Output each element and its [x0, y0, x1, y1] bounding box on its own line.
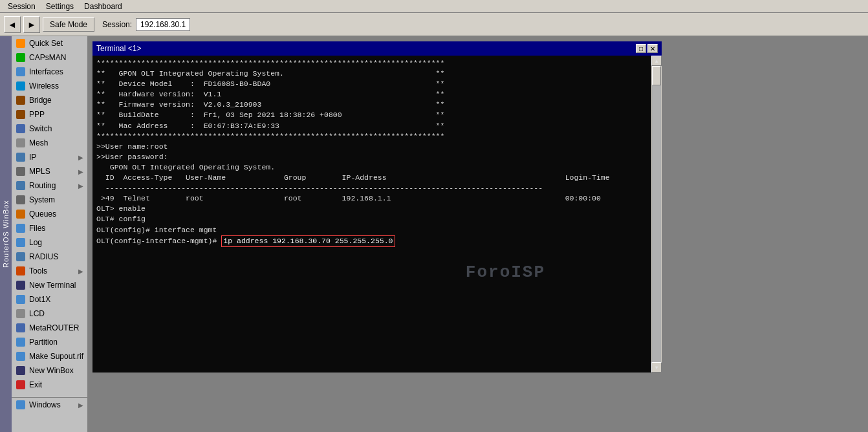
sidebar-item-label-quick-set: Quick Set: [29, 39, 83, 48]
terminal-line: GPON OLT Integrated Operating System.: [96, 162, 646, 173]
terminal-line: OLT> enable: [96, 204, 646, 214]
terminal-controls: □ ✕: [636, 44, 658, 53]
system-icon: [16, 195, 26, 205]
scroll-thumb[interactable]: [652, 66, 661, 85]
interfaces-icon: [16, 67, 26, 77]
terminal-line: OLT# config: [96, 214, 646, 224]
routing-icon: [16, 180, 26, 191]
log-icon: [16, 237, 26, 248]
mesh-icon: [16, 138, 26, 148]
menu-dashboard[interactable]: Dashboard: [79, 1, 127, 12]
sidebar-item-metarouter[interactable]: MetaROUTER: [12, 321, 87, 335]
terminal-line: ** BuildDate : Fri, 03 Sep 2021 18:38:26…: [96, 110, 646, 120]
sidebar-item-label-partition: Partition: [29, 338, 83, 347]
terminal-line: ** Hardware version: V1.1 **: [96, 89, 646, 100]
svg-rect-23: [16, 366, 25, 375]
svg-rect-10: [16, 181, 25, 190]
sidebar-item-mesh[interactable]: Mesh: [12, 136, 87, 150]
sidebar-item-exit[interactable]: Exit: [12, 378, 87, 392]
sidebar-item-label-lcd: LCD: [29, 309, 83, 318]
mpls-icon: [16, 166, 26, 177]
sidebar-item-label-ppp: PPP: [29, 110, 83, 119]
menu-settings[interactable]: Settings: [41, 1, 79, 12]
sidebar-item-label-new-terminal: New Terminal: [29, 281, 83, 290]
scroll-down[interactable]: ▼: [651, 362, 662, 373]
svg-rect-17: [16, 281, 25, 290]
sidebar-item-mpls[interactable]: MPLS▶: [12, 164, 87, 178]
terminal-line: >49 Telnet root root 192.168.1.1 00:00:0…: [96, 193, 646, 204]
terminal-command-line[interactable]: OLT(config-interface-mgmt)# ip address 1…: [96, 235, 646, 247]
sidebar-arrow-mpls: ▶: [78, 168, 83, 175]
svg-rect-22: [16, 352, 25, 361]
sidebar-item-bridge[interactable]: Bridge: [12, 93, 87, 107]
sidebar-item-label-bridge: Bridge: [29, 96, 83, 105]
sidebar-item-files[interactable]: Files: [12, 221, 87, 235]
sidebar-item-system[interactable]: System: [12, 193, 87, 207]
svg-rect-24: [16, 380, 25, 389]
sidebar-item-quick-set[interactable]: Quick Set: [12, 36, 87, 50]
terminal-line: ----------------------------------------…: [96, 183, 646, 193]
forward-button[interactable]: ►: [23, 16, 40, 33]
switch-icon: [16, 124, 26, 134]
svg-rect-7: [16, 138, 25, 147]
sidebar-item-radius[interactable]: RADIUS: [12, 250, 87, 264]
wireless-icon: [16, 81, 26, 91]
terminal-content: ****************************************…: [96, 58, 658, 370]
sidebar-item-label-routing: Routing: [29, 181, 75, 190]
sidebar-item-interfaces[interactable]: Interfaces: [12, 65, 87, 79]
terminal-line: ****************************************…: [96, 131, 646, 142]
sidebar-arrow-routing: ▶: [78, 182, 83, 189]
sidebar-item-windows[interactable]: Windows▶: [12, 397, 87, 412]
terminal-title: Terminal <1>: [96, 44, 141, 53]
sidebar-item-ip[interactable]: IP▶: [12, 150, 87, 164]
svg-rect-9: [16, 167, 25, 176]
vertical-label: RouterOS WinBox: [0, 36, 12, 432]
scroll-track: [652, 66, 661, 362]
toolbar: ◄ ► Safe Mode Session: 192.168.30.1: [0, 13, 868, 36]
terminal-prompt: OLT(config-interface-mgmt)#: [96, 236, 221, 246]
svg-rect-13: [16, 224, 25, 233]
svg-rect-0: [16, 39, 25, 48]
sidebar-item-dot1x[interactable]: Dot1X: [12, 292, 87, 307]
windows-icon: [16, 400, 26, 410]
sidebar-item-new-terminal[interactable]: New Terminal: [12, 278, 87, 292]
sidebar-item-queues[interactable]: Queues: [12, 207, 87, 221]
terminal-line: ** GPON OLT Integrated Operating System.…: [96, 69, 646, 79]
sidebar-item-routing[interactable]: Routing▶: [12, 178, 87, 193]
sidebar-item-ppp[interactable]: PPP: [12, 107, 87, 122]
dot1x-icon: [16, 294, 26, 305]
terminal-close-button[interactable]: ✕: [647, 44, 658, 53]
radius-icon: [16, 252, 26, 262]
scroll-up[interactable]: ▲: [651, 56, 662, 66]
sidebar-item-label-queues: Queues: [29, 210, 83, 219]
svg-rect-4: [16, 96, 25, 105]
menu-session[interactable]: Session: [3, 1, 41, 12]
sidebar-item-label-files: Files: [29, 224, 83, 233]
sidebar-wrapper: RouterOS WinBox Quick SetCAPsMANInterfac…: [0, 36, 87, 432]
sidebar-item-switch[interactable]: Switch: [12, 122, 87, 136]
partition-icon: [16, 337, 26, 347]
sidebar-item-make-supout[interactable]: Make Supout.rif: [12, 349, 87, 363]
menubar: Session Settings Dashboard: [0, 0, 868, 13]
sidebar-arrow-windows: ▶: [78, 402, 83, 409]
sidebar-item-partition[interactable]: Partition: [12, 335, 87, 349]
back-button[interactable]: ◄: [4, 16, 21, 33]
sidebar-item-new-winbox[interactable]: New WinBox: [12, 363, 87, 378]
svg-rect-1: [16, 53, 25, 62]
sidebar-item-tools[interactable]: Tools▶: [12, 264, 87, 278]
sidebar-item-log[interactable]: Log: [12, 235, 87, 250]
sidebar-item-wireless[interactable]: Wireless: [12, 79, 87, 93]
svg-rect-18: [16, 295, 25, 304]
safe-mode-button[interactable]: Safe Mode: [43, 17, 94, 32]
sidebar-item-lcd[interactable]: LCD: [12, 307, 87, 321]
sidebar-item-label-capsman: CAPsMAN: [29, 53, 83, 62]
sidebar-item-label-interfaces: Interfaces: [29, 67, 83, 76]
terminal-input-box[interactable]: ip address 192.168.30.70 255.255.255.0: [221, 235, 395, 247]
new-winbox-icon: [16, 365, 26, 376]
sidebar-item-capsman[interactable]: CAPsMAN: [12, 50, 87, 65]
session-ip: 192.168.30.1: [136, 18, 190, 31]
sidebar-item-label-exit: Exit: [29, 380, 83, 389]
session-label: Session:: [102, 20, 132, 29]
terminal-scrollbar[interactable]: ▲ ▼: [651, 56, 662, 373]
terminal-restore-button[interactable]: □: [636, 44, 646, 53]
